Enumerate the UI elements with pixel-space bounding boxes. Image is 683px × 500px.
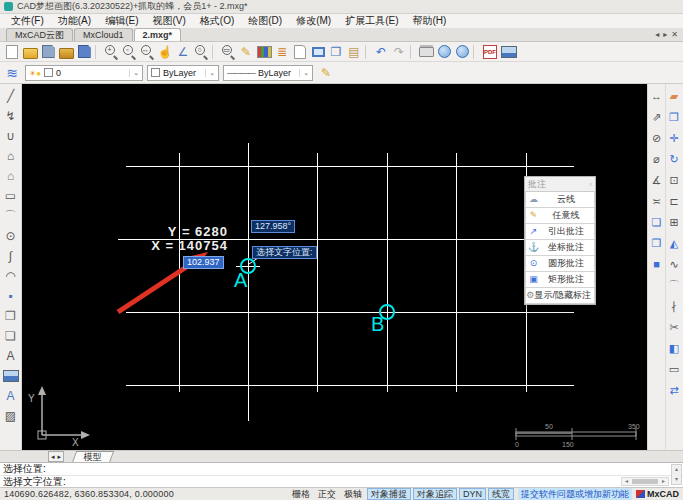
area-cover-icon[interactable]: ■: [649, 254, 665, 275]
mtext-icon[interactable]: A: [2, 386, 20, 406]
circle-annotation-item[interactable]: ⊙圆形批注: [525, 256, 595, 272]
explode-icon[interactable]: ◧: [666, 338, 682, 359]
publish-web-icon[interactable]: [435, 43, 453, 60]
new-file-icon[interactable]: [3, 43, 21, 60]
wipeout-frame-icon[interactable]: ❐: [649, 233, 665, 254]
trim-icon[interactable]: ✂: [666, 317, 682, 338]
scroll-left-icon[interactable]: ◂: [622, 478, 631, 485]
linetype-select[interactable]: ———— ByLayer ⌄: [223, 65, 313, 81]
layer-select[interactable]: ☀● 0 ⌄: [25, 65, 143, 81]
coordinate-annotation-item[interactable]: ⚓坐标批注: [525, 240, 595, 256]
hatch-icon[interactable]: ▨: [2, 406, 20, 426]
mirror-icon[interactable]: ◭: [666, 233, 682, 254]
rotate-icon[interactable]: ↻: [666, 149, 682, 170]
move-icon[interactable]: ✛: [666, 128, 682, 149]
dropdown-arrow-icon[interactable]: ⌄: [129, 69, 139, 77]
command-hscrollbar[interactable]: ◂ ▸: [621, 477, 669, 486]
scale-icon[interactable]: ⊡: [666, 170, 682, 191]
web-page-icon[interactable]: [453, 43, 471, 60]
break-icon[interactable]: ∤: [666, 296, 682, 317]
ellipse-arc-icon[interactable]: ◠: [2, 266, 20, 286]
text-icon[interactable]: A: [2, 346, 20, 366]
color-palette-icon[interactable]: [255, 43, 273, 60]
spline-edit-icon[interactable]: ∿: [666, 254, 682, 275]
find-icon[interactable]: ▭: [219, 43, 237, 60]
dim-linear-icon[interactable]: ↔: [649, 86, 665, 107]
menu-item[interactable]: 文件(F): [4, 14, 51, 28]
rect-annotation-item[interactable]: ▣矩形批注: [525, 272, 595, 288]
model-tab-next-icon[interactable]: ▸: [58, 452, 62, 461]
command-scrollbar[interactable]: ▴ ▾: [671, 464, 682, 485]
feedback-link[interactable]: 提交软件问题或增加新功能: [518, 488, 632, 500]
options-icon[interactable]: ▤: [345, 43, 363, 60]
status-toggle-正交[interactable]: 正交: [315, 489, 339, 499]
print-icon[interactable]: [417, 43, 435, 60]
join-icon[interactable]: ⇄: [666, 380, 682, 401]
layers-icon[interactable]: ≋: [3, 64, 21, 81]
menu-item[interactable]: 编辑(E): [98, 14, 145, 28]
dropdown-arrow-icon[interactable]: ⌄: [205, 69, 215, 77]
tab-scroll-right-icon[interactable]: ▸: [663, 30, 667, 39]
spline-icon[interactable]: ∫: [2, 246, 20, 266]
circle-icon[interactable]: ⊙: [2, 226, 20, 246]
status-toggle-栅格[interactable]: 栅格: [289, 489, 313, 499]
menu-item[interactable]: 修改(M): [289, 14, 338, 28]
arc-3point-icon[interactable]: ⌒: [2, 206, 20, 226]
status-toggle-线宽[interactable]: 线宽: [488, 488, 514, 500]
copy-icon[interactable]: ❐: [666, 107, 682, 128]
open-file-icon[interactable]: [21, 43, 39, 60]
zoom-window-icon[interactable]: ▫: [120, 43, 138, 60]
fillet-icon[interactable]: ⌒: [666, 275, 682, 296]
save-image-icon[interactable]: [500, 43, 518, 60]
save-as-icon[interactable]: [75, 43, 93, 60]
cloud-line-item[interactable]: ☁云线: [525, 192, 595, 208]
open-folder-icon[interactable]: [57, 43, 75, 60]
menu-item[interactable]: 功能(A): [51, 14, 98, 28]
dim-diameter-icon[interactable]: ⌀: [649, 149, 665, 170]
doc-tab[interactable]: MxCAD云图: [6, 28, 73, 41]
zoom-in-icon[interactable]: +: [102, 43, 120, 60]
image-attach-icon[interactable]: [2, 366, 20, 386]
model-tab-prev-icon[interactable]: ◂: [51, 452, 55, 461]
menu-item[interactable]: 视图(V): [145, 14, 192, 28]
redo-icon[interactable]: ↷: [390, 43, 408, 60]
text-style-icon[interactable]: ≣: [273, 43, 291, 60]
panel-options-icon[interactable]: ▫: [589, 180, 592, 189]
dim-aligned-icon[interactable]: ⇗: [649, 107, 665, 128]
drawing-canvas[interactable]: YX503500150 Y = 6280 X = 140754 127.958°…: [22, 84, 648, 450]
doc-tab[interactable]: 2.mxg*: [134, 28, 182, 41]
scroll-right-icon[interactable]: ▸: [659, 478, 668, 485]
layout-icon[interactable]: [291, 43, 309, 60]
status-toggle-对象追踪[interactable]: 对象追踪: [413, 488, 457, 500]
insert-block-icon[interactable]: ❐: [2, 306, 20, 326]
menu-item[interactable]: 帮助(H): [406, 14, 454, 28]
save-icon[interactable]: [39, 43, 57, 60]
rectangle-icon[interactable]: ▭: [2, 186, 20, 206]
doc-tab[interactable]: MxCloud1: [74, 28, 133, 41]
scroll-down-icon[interactable]: ▾: [672, 475, 681, 485]
offset-icon[interactable]: ⊏: [666, 191, 682, 212]
menu-item[interactable]: 格式(O): [193, 14, 241, 28]
tab-model[interactable]: 模型: [72, 451, 114, 463]
dim-baseline-icon[interactable]: ≍: [649, 191, 665, 212]
status-toggle-极轴[interactable]: 极轴: [341, 489, 365, 499]
arc-start-end-icon[interactable]: ∪: [2, 126, 20, 146]
block-export-icon[interactable]: ❐: [327, 43, 345, 60]
undo-icon[interactable]: ↶: [372, 43, 390, 60]
zoom-previous-icon[interactable]: ○: [192, 43, 210, 60]
polygon-icon[interactable]: ⌂: [2, 166, 20, 186]
color-select[interactable]: ByLayer ⌄: [147, 65, 219, 81]
wipeout-icon[interactable]: ❏: [649, 212, 665, 233]
point-icon[interactable]: ▪: [2, 286, 20, 306]
stretch-icon[interactable]: ▭: [666, 359, 682, 380]
dropdown-arrow-icon[interactable]: ⌄: [299, 69, 309, 77]
freehand-line-item[interactable]: ✎任意线: [525, 208, 595, 224]
zoom-extents-icon[interactable]: ↔: [138, 43, 156, 60]
dim-radius-icon[interactable]: ⊘: [649, 128, 665, 149]
scroll-up-icon[interactable]: ▴: [672, 465, 681, 475]
status-toggle-DYN[interactable]: DYN: [459, 488, 486, 500]
display-settings-icon[interactable]: [309, 43, 327, 60]
menu-item[interactable]: 扩展工具(E): [338, 14, 405, 28]
draw-order-icon[interactable]: ✎: [237, 43, 255, 60]
export-pdf-icon[interactable]: PDF: [483, 45, 497, 59]
